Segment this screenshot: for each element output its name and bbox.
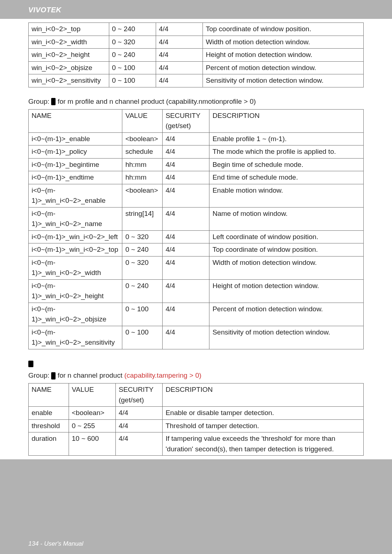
col-security: SECURITY (get/set): [163, 109, 209, 132]
cell-description: Height of motion detection window.: [209, 279, 364, 303]
cell-name: duration: [29, 432, 69, 456]
cell-value: 0 ~ 320: [109, 36, 156, 49]
cell-name: i<0~(m-1)>_win_i<0~2>_sensitivity: [29, 326, 122, 349]
cell-value: 0 ~ 320: [122, 230, 163, 243]
cell-name: threshold: [29, 419, 69, 432]
cell-security: 4/4: [115, 407, 162, 420]
group-suffix: for m profile and n channel product (cap…: [58, 98, 256, 105]
cell-description: Width of motion detection window.: [209, 256, 364, 279]
cell-security: 4/4: [156, 61, 203, 74]
cell-name: win_i<0~2>_sensitivity: [29, 74, 109, 87]
cell-security: 4/4: [156, 36, 203, 49]
table-row: win_i<0~2>_top0 ~ 2404/4Top coordinate o…: [29, 23, 364, 36]
cell-description: Sensitivity of motion detection window.: [209, 326, 364, 349]
cell-name: enable: [29, 407, 69, 420]
table-row: i<0~(m-1)>_win_i<0~2>_left0 ~ 3204/4Left…: [29, 230, 364, 243]
cell-description: Percent of motion detection window.: [203, 61, 363, 74]
cell-value: 0 ~ 100: [109, 61, 156, 74]
cell-security: 4/4: [163, 184, 209, 207]
cell-description: If tampering value exceeds the 'threshol…: [163, 432, 364, 456]
table-row: i<0~(m-1)>_win_i<0~2>_objsize0 ~ 1004/4P…: [29, 303, 364, 326]
cell-security: 4/4: [163, 207, 209, 230]
cell-description: Enable profile 1 ~ (m-1).: [209, 132, 364, 145]
cell-name: win_i<0~2>_width: [29, 36, 109, 49]
cell-description: Left coordinate of window position.: [209, 230, 364, 243]
table-row: duration10 ~ 6004/4If tampering value ex…: [29, 432, 364, 456]
cell-security: 4/4: [163, 243, 209, 257]
cell-description: Name of motion window.: [209, 207, 364, 230]
table-row: i<0~(m-1)>_enable<boolean>4/4Enable prof…: [29, 132, 364, 145]
cell-description: The mode which the profile is applied to…: [209, 145, 364, 159]
cell-name: i<0~(m-1)>_policy: [29, 145, 122, 159]
cell-description: Sensitivity of motion detection window.: [203, 74, 363, 87]
cell-value: 0 ~ 240: [109, 49, 156, 62]
section-tampering-heading: Group: for n channel product (capability…: [28, 370, 364, 381]
table-header-row: NAME VALUE SECURITY (get/set) DESCRIPTIO…: [29, 109, 364, 132]
cell-value: 0 ~ 100: [122, 303, 163, 326]
cell-name: i<0~(m-1)>_enable: [29, 132, 122, 145]
table-tampering: NAME VALUE SECURITY (get/set) DESCRIPTIO…: [28, 383, 364, 456]
section-tampering-icon: [28, 360, 364, 367]
cell-value: 0 ~ 240: [122, 279, 163, 303]
cell-value: hh:mm: [122, 158, 163, 171]
cell-name: i<0~(m-1)>_begintime: [29, 158, 122, 171]
table-row: i<0~(m-1)>_win_i<0~2>_namestring[14]4/4N…: [29, 207, 364, 230]
cell-name: i<0~(m-1)>_win_i<0~2>_name: [29, 207, 122, 230]
cell-description: Threshold of tamper detection.: [163, 419, 364, 432]
cell-name: i<0~(m-1)>_win_i<0~2>_height: [29, 279, 122, 303]
cell-name: win_i<0~2>_objsize: [29, 61, 109, 74]
cell-security: 4/4: [156, 23, 203, 36]
cell-security: 4/4: [163, 256, 209, 279]
cell-description: Enable or disable tamper detection.: [163, 407, 364, 420]
capability-note: (capability.tampering > 0): [124, 372, 201, 379]
col-name: NAME: [29, 109, 122, 132]
cell-value: 0 ~ 240: [109, 23, 156, 36]
table-row: i<0~(m-1)>_endtimehh:mm4/4End time of sc…: [29, 171, 364, 184]
cell-description: Enable motion window.: [209, 184, 364, 207]
cell-security: 4/4: [163, 171, 209, 184]
table-row: threshold0 ~ 2554/4Threshold of tamper d…: [29, 419, 364, 432]
table-row: win_i<0~2>_sensitivity0 ~ 1004/4Sensitiv…: [29, 74, 364, 87]
table-row: i<0~(m-1)>_begintimehh:mm4/4Begin time o…: [29, 158, 364, 171]
page: VIVOTEK win_i<0~2>_top0 ~ 2404/4Top coor…: [0, 0, 392, 554]
cell-description: Width of motion detection window.: [203, 36, 363, 49]
cell-security: 4/4: [163, 145, 209, 159]
table-row: win_i<0~2>_width0 ~ 3204/4Width of motio…: [29, 36, 364, 49]
cell-description: End time of schedule mode.: [209, 171, 364, 184]
cell-value: 0 ~ 100: [109, 74, 156, 87]
table-motion-window: win_i<0~2>_top0 ~ 2404/4Top coordinate o…: [28, 22, 364, 87]
table-row: i<0~(m-1)>_win_i<0~2>_height0 ~ 2404/4He…: [29, 279, 364, 303]
cell-description: Top coordinate of window position.: [209, 243, 364, 257]
cell-security: 4/4: [156, 74, 203, 87]
cell-value: hh:mm: [122, 171, 163, 184]
col-description: DESCRIPTION: [209, 109, 364, 132]
table-row: win_i<0~2>_objsize0 ~ 1004/4Percent of m…: [29, 61, 364, 74]
group-mid: for n channel product: [58, 372, 124, 379]
col-description: DESCRIPTION: [163, 383, 364, 407]
cell-value: <boolean>: [122, 132, 163, 145]
cell-description: Begin time of schedule mode.: [209, 158, 364, 171]
cell-name: win_i<0~2>_top: [29, 23, 109, 36]
cell-value: 0 ~ 320: [122, 256, 163, 279]
cell-security: 4/4: [156, 49, 203, 62]
col-value: VALUE: [69, 383, 115, 407]
table-row: i<0~(m-1)>_win_i<0~2>_sensitivity0 ~ 100…: [29, 326, 364, 349]
table-row: enable<boolean>4/4Enable or disable tamp…: [29, 407, 364, 420]
table-row: win_i<0~2>_height0 ~ 2404/4Height of mot…: [29, 49, 364, 62]
cell-name: win_i<0~2>_height: [29, 49, 109, 62]
cell-security: 4/4: [163, 158, 209, 171]
redacted-icon: [51, 372, 56, 379]
table-row: i<0~(m-1)>_win_i<0~2>_top0 ~ 2404/4Top c…: [29, 243, 364, 257]
col-value: VALUE: [122, 109, 163, 132]
cell-value: 0 ~ 255: [69, 419, 115, 432]
cell-name: i<0~(m-1)>_win_i<0~2>_enable: [29, 184, 122, 207]
cell-value: schedule: [122, 145, 163, 159]
cell-description: Top coordinate of window position.: [203, 23, 363, 36]
cell-description: Height of motion detection window.: [203, 49, 363, 62]
redacted-icon: [51, 98, 56, 105]
cell-security: 4/4: [163, 326, 209, 349]
cell-name: i<0~(m-1)>_win_i<0~2>_objsize: [29, 303, 122, 326]
section-motion-profile-heading: Group: for m profile and n channel produ…: [28, 96, 364, 107]
section-icon: [28, 361, 33, 367]
cell-security: 4/4: [163, 279, 209, 303]
